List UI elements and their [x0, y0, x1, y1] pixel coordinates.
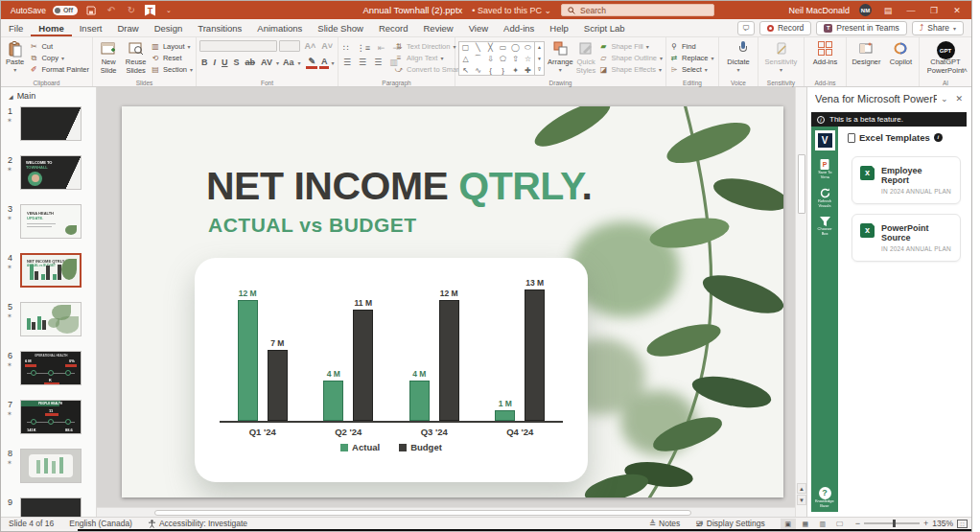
zoom-out-icon[interactable]: − — [855, 519, 860, 528]
reading-view-button[interactable]: ▥ — [815, 519, 830, 529]
save-icon[interactable] — [84, 5, 98, 16]
thumbnail-slide-9[interactable]: 9 — [1, 497, 97, 517]
search-box[interactable] — [561, 4, 714, 16]
arrange-button[interactable]: Arrange▾ — [548, 39, 573, 76]
chooser-box-button[interactable]: ChooserBox — [810, 216, 839, 236]
shape-gallery-item[interactable]: ⇩ — [484, 54, 497, 65]
shape-gallery-item[interactable]: ▢ — [459, 42, 472, 54]
vertical-scroll-thumb[interactable] — [798, 154, 805, 214]
customize-toolbar-icon[interactable]: ⌄ — [162, 5, 175, 16]
paste-button[interactable]: Paste▾ — [4, 39, 26, 76]
bar-budget-Q4 '24[interactable] — [525, 289, 545, 421]
template-flag-icon[interactable]: T — [145, 5, 155, 16]
thumbnail-slide-5[interactable]: 5✶ — [1, 302, 97, 338]
slide-counter[interactable]: Slide 4 of 16 — [1, 519, 61, 528]
designer-button[interactable]: Designer — [850, 39, 883, 76]
sensitivity-button[interactable]: Sensitivity▾ — [761, 39, 801, 76]
thumbnail-slide-8[interactable]: 8✶ — [1, 449, 97, 485]
template-card-powerpoint-source[interactable]: x PowerPoint Source IN 2024 ANNUAL PLAN — [852, 214, 961, 262]
layout-button[interactable]: ▥Layout ▾ — [151, 41, 193, 52]
shape-gallery-item[interactable]: } — [497, 65, 509, 77]
shape-gallery-item[interactable]: ◯ — [509, 42, 522, 54]
templates-info-icon[interactable]: i — [934, 133, 943, 142]
shape-effects-button[interactable]: ◪Shape Effects ▾ — [598, 64, 663, 75]
close-icon[interactable]: ✕ — [950, 6, 964, 15]
tab-review[interactable]: Review — [416, 19, 461, 36]
tab-animations[interactable]: Animations — [249, 19, 310, 36]
comments-icon[interactable]: 🗩 — [737, 21, 755, 35]
slide-sorter-view-button[interactable]: ▦ — [798, 519, 813, 529]
document-save-status[interactable]: • Saved to this PC ⌄ — [472, 6, 551, 15]
tab-record[interactable]: Record — [371, 19, 416, 36]
grow-font-icon[interactable]: A˄ — [302, 41, 317, 51]
tab-insert[interactable]: Insert — [72, 19, 110, 36]
shape-gallery-item[interactable]: ╳ — [484, 42, 497, 54]
minimize-icon[interactable]: — — [904, 6, 918, 15]
bar-actual-Q2 '24[interactable] — [323, 381, 343, 421]
zoom-slider-thumb[interactable] — [893, 520, 896, 527]
slideshow-view-button[interactable]: 🖵 — [832, 519, 848, 529]
shape-gallery-item[interactable]: ☆ — [522, 54, 534, 65]
text-shadow-button[interactable]: S — [232, 58, 242, 67]
display-settings-button[interactable]: 🖳Display Settings — [688, 519, 772, 528]
thumbnail-slide-7[interactable]: 7✶ PEOPLE HEALTH 11 141K 88.6 — [1, 400, 97, 436]
tab-help[interactable]: Help — [542, 19, 576, 36]
knowledge-base-button[interactable]: ? KnowledgeBase — [805, 487, 844, 508]
font-color-button[interactable]: A — [319, 57, 330, 69]
align-left-button[interactable]: ☰ — [341, 58, 353, 67]
language-indicator[interactable]: English (Canada) — [61, 519, 140, 528]
shape-gallery-item[interactable]: ╲ — [472, 42, 484, 54]
character-spacing-button[interactable]: AV — [259, 58, 274, 67]
align-right-button[interactable]: ☰ — [372, 58, 384, 67]
horizontal-scrollbar[interactable] — [97, 507, 795, 517]
ribbon-display-options-icon[interactable]: ▤ — [881, 6, 895, 15]
tab-add-ins[interactable]: Add-ins — [496, 19, 542, 36]
tab-file[interactable]: File — [1, 19, 31, 36]
horizontal-scroll-thumb[interactable] — [154, 510, 691, 516]
tab-home[interactable]: Home — [31, 19, 71, 36]
shape-gallery-item[interactable]: ⬠ — [497, 54, 509, 65]
reuse-slides-button[interactable]: ReuseSlides — [124, 39, 148, 76]
autosave-toggle[interactable]: Off — [53, 6, 78, 15]
tab-script-lab[interactable]: Script Lab — [576, 19, 633, 36]
shape-gallery-item[interactable]: ↖ — [459, 65, 472, 77]
normal-view-button[interactable]: ▣ — [781, 519, 796, 529]
tab-draw[interactable]: Draw — [109, 19, 146, 36]
thumbnail-slide-3[interactable]: 3✶ VENA HEALTH UPDATE. — [1, 204, 97, 241]
shape-gallery-item[interactable]: ∿ — [472, 65, 484, 77]
current-slide[interactable]: NET INCOME QTRLY. ACTUAL vs BUDGET 12 M7… — [122, 106, 783, 497]
select-button[interactable]: ⌲Select ▾ — [669, 64, 714, 75]
find-button[interactable]: ⚲Find — [669, 41, 714, 52]
collapse-ribbon-icon[interactable]: ˄ — [963, 66, 968, 75]
vertical-scrollbar[interactable]: ▲ ▼ — [795, 87, 806, 517]
change-case-button[interactable]: Aa — [281, 58, 296, 67]
shape-gallery-item[interactable]: ⬭ — [522, 42, 534, 54]
bar-budget-Q2 '24[interactable] — [353, 310, 373, 421]
bar-actual-Q4 '24[interactable] — [495, 410, 515, 421]
replace-button[interactable]: ⇄Replace ▾ — [669, 53, 714, 63]
slide-subtitle[interactable]: ACTUAL vs BUDGET — [208, 214, 417, 237]
shapes-gallery-scroll[interactable]: ▲▼⊽ — [535, 41, 545, 76]
notes-button[interactable]: ≜Notes — [642, 519, 688, 528]
tab-slide-show[interactable]: Slide Show — [310, 19, 371, 36]
align-center-button[interactable]: ☰ — [357, 58, 368, 67]
thumbnail-slide-6[interactable]: 6✶ OPERATIONAL HEALTH 6 M 0% K — [1, 351, 97, 387]
redo-icon[interactable]: ↻ — [125, 5, 138, 16]
restore-icon[interactable]: ❐ — [927, 6, 941, 15]
bar-budget-Q1 '24[interactable] — [268, 350, 288, 421]
strikethrough-button[interactable]: ab — [244, 58, 258, 67]
fit-to-window-icon[interactable]: ⛶ — [957, 520, 968, 528]
addins-button[interactable]: Add-ins — [807, 39, 843, 76]
user-avatar[interactable]: NM — [859, 4, 872, 16]
copilot-button[interactable]: Copilot — [886, 39, 916, 76]
font-size-combo[interactable] — [279, 40, 300, 52]
user-name[interactable]: Neil MacDonald — [788, 6, 850, 15]
new-slide-button[interactable]: NewSlide — [96, 39, 121, 76]
shrink-font-icon[interactable]: A˅ — [319, 41, 335, 51]
format-painter-button[interactable]: ✐Format Painter — [29, 64, 89, 75]
slide-title[interactable]: NET INCOME QTRLY. — [206, 164, 592, 209]
bar-actual-Q3 '24[interactable] — [409, 381, 430, 421]
copy-button[interactable]: ⧉Copy ▾ — [29, 53, 89, 63]
refresh-visuals-button[interactable]: RefreshVisuals — [811, 187, 838, 208]
bold-button[interactable]: B — [199, 58, 210, 67]
